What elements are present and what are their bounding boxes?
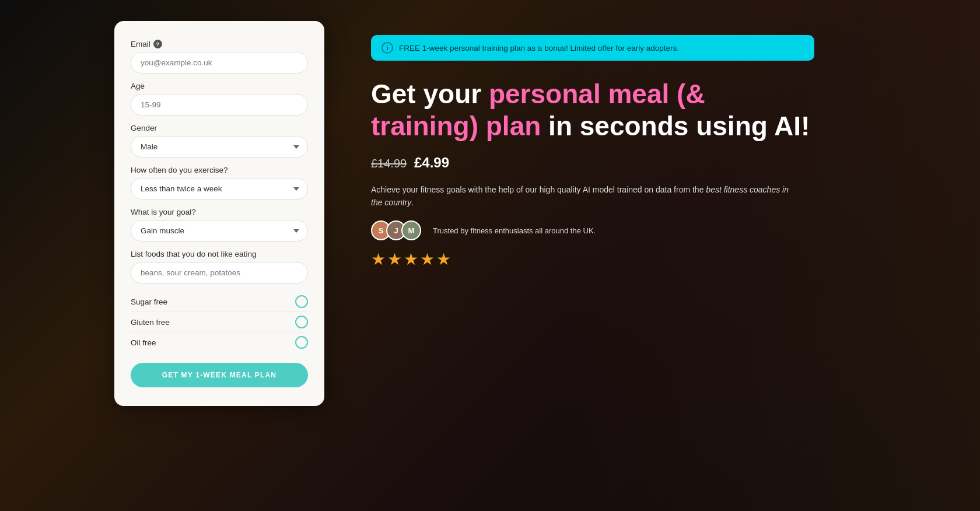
dislikes-label: List foods that you do not like eating — [131, 250, 308, 258]
gluten-free-label: Gluten free — [131, 318, 170, 327]
star-3: ★ — [404, 250, 418, 269]
promo-banner: i FREE 1-week personal training plan as … — [371, 35, 814, 61]
age-group: Age — [131, 82, 308, 116]
gender-label: Gender — [131, 124, 308, 132]
email-help-icon[interactable]: ? — [153, 40, 162, 48]
star-1: ★ — [371, 250, 386, 269]
headline-after: in seconds using AI! — [541, 111, 810, 141]
star-4: ★ — [420, 250, 435, 269]
goal-label: What is your goal? — [131, 208, 308, 216]
star-rating: ★ ★ ★ ★ ★ — [371, 250, 945, 269]
gluten-free-group: Gluten free — [131, 312, 308, 332]
info-icon: i — [382, 42, 393, 54]
gender-select[interactable]: Male Female Other — [131, 136, 308, 158]
price-old: £14.99 — [371, 157, 407, 170]
trust-text: Trusted by fitness enthusiasts all aroun… — [433, 226, 596, 235]
sugar-free-label: Sugar free — [131, 298, 167, 306]
age-label: Age — [131, 82, 308, 90]
email-group: Email ? — [131, 40, 308, 74]
age-input[interactable] — [131, 94, 308, 116]
oil-free-group: Oil free — [131, 332, 308, 352]
goal-select[interactable]: Gain muscle Lose weight Maintain weight … — [131, 220, 308, 242]
goal-group: What is your goal? Gain muscle Lose weig… — [131, 208, 308, 242]
exercise-label: How often do you exercise? — [131, 166, 308, 174]
oil-free-checkbox[interactable] — [295, 336, 308, 349]
banner-text: FREE 1-week personal training plan as a … — [399, 44, 679, 52]
sugar-free-group: Sugar free — [131, 292, 308, 312]
gender-group: Gender Male Female Other — [131, 124, 308, 158]
exercise-group: How often do you exercise? Less than twi… — [131, 166, 308, 200]
avatars: S J M — [371, 220, 416, 240]
email-label: Email ? — [131, 40, 308, 48]
trust-row: S J M Trusted by fitness enthusiasts all… — [371, 220, 945, 240]
exercise-select[interactable]: Less than twice a week 2-3 times a week … — [131, 178, 308, 200]
star-2: ★ — [387, 250, 402, 269]
dislikes-group: List foods that you do not like eating — [131, 250, 308, 284]
oil-free-label: Oil free — [131, 338, 156, 347]
avatar-3: M — [401, 220, 421, 240]
submit-button[interactable]: GET MY 1-WEEK MEAL PLAN — [131, 363, 308, 387]
subtitle: Achieve your fitness goals with the help… — [371, 183, 791, 209]
price-new: £4.99 — [414, 155, 449, 170]
headline-before: Get your — [371, 79, 489, 109]
dislikes-input[interactable] — [131, 262, 308, 284]
gluten-free-checkbox[interactable] — [295, 316, 308, 328]
star-5: ★ — [436, 250, 451, 269]
headline: Get your personal meal (& training) plan… — [371, 78, 814, 175]
sugar-free-checkbox[interactable] — [295, 295, 308, 308]
email-input[interactable] — [131, 52, 308, 74]
promo-content: i FREE 1-week personal training plan as … — [324, 0, 980, 269]
form-card: Email ? Age Gender Male Female Other — [114, 21, 324, 406]
